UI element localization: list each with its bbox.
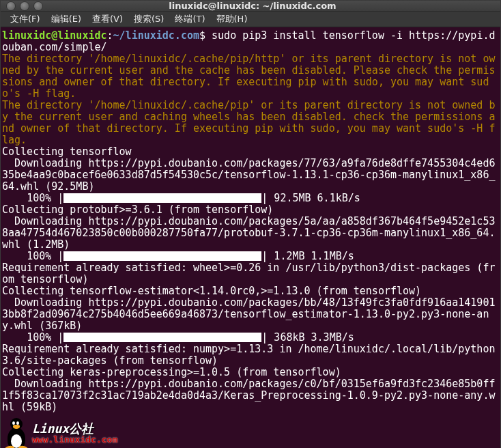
progress-tf-tail: | 92.5MB 6.1kB/s: [261, 192, 360, 204]
terminal-output[interactable]: linuxidc@linuxidc:~/linuxidc.com$ sudo p…: [1, 27, 500, 448]
minimize-icon[interactable]: [20, 1, 29, 11]
menubar: 文件(F) 编辑(E) 查看(V) 搜索(S) 终端(T) 帮助(H): [1, 12, 500, 27]
progress-bar-protobuf: [63, 251, 261, 261]
prompt-user-host: linuxidc@linuxidc: [2, 29, 107, 42]
progress-tf-pct: 100% |: [2, 192, 63, 204]
progress-est-pct: 100% |: [2, 331, 63, 344]
line-req-numpy: Requirement already satisfied: numpy>=1.…: [2, 343, 495, 367]
line-download-estimator: Downloading https://pypi.doubanio.com/pa…: [2, 296, 495, 332]
progress-est-tail: | 368kB 3.3MB/s: [261, 331, 354, 344]
line-collect-estimator: Collecting tensorflow-estimator<1.14.0rc…: [2, 285, 421, 297]
menu-terminal[interactable]: 终端(T): [169, 12, 210, 27]
progress-bar-tensorflow: [63, 193, 261, 203]
line-collect-keras: Collecting keras-preprocessing>=1.0.5 (f…: [2, 366, 341, 378]
window-title: linuxidc@linuxidc: ~/linuxidc.com: [47, 1, 458, 11]
line-download-tensorflow: Downloading https://pypi.doubanio.com/pa…: [2, 157, 495, 193]
line-req-wheel: Requirement already satisfied: wheel>=0.…: [2, 262, 495, 285]
menu-help[interactable]: 帮助(H): [211, 12, 253, 27]
terminal-window: linuxidc@linuxidc: ~/linuxidc.com 文件(F) …: [0, 0, 501, 448]
warning-2: The directory '/home/linuxidc/.cache/pip…: [2, 99, 495, 146]
prompt-sep: :: [107, 29, 113, 42]
progress-proto-pct: 100% |: [2, 250, 63, 262]
line-collect-protobuf: Collecting protobuf>=3.6.1 (from tensorf…: [2, 204, 273, 216]
progress-proto-tail: | 1.2MB 1.1MB/s: [261, 250, 354, 262]
menu-file[interactable]: 文件(F): [5, 12, 46, 27]
menu-view[interactable]: 查看(V): [87, 12, 128, 27]
watermark-url: www.linuxidc.com: [32, 435, 117, 444]
menu-search[interactable]: 搜索(S): [128, 12, 169, 27]
close-icon[interactable]: [6, 1, 16, 11]
maximize-icon[interactable]: [33, 1, 43, 11]
titlebar[interactable]: linuxidc@linuxidc: ~/linuxidc.com: [1, 1, 500, 12]
prompt-path: ~/linuxidc.com: [113, 29, 199, 42]
warning-1: The directory '/home/linuxidc/.cache/pip…: [2, 53, 495, 100]
line-download-protobuf: Downloading https://pypi.doubanio.com/pa…: [2, 215, 495, 251]
tux-icon: [2, 417, 31, 448]
prompt-dollar: $: [199, 29, 205, 42]
menu-edit[interactable]: 编辑(E): [46, 12, 87, 27]
watermark-title: Linux公社: [32, 423, 117, 435]
progress-bar-estimator: [63, 333, 261, 342]
watermark: Linux公社 www.linuxidc.com: [2, 417, 117, 448]
line-collect-tensorflow: Collecting tensorflow: [2, 145, 132, 158]
line-download-keras: Downloading https://pypi.doubanio.com/pa…: [2, 378, 495, 413]
